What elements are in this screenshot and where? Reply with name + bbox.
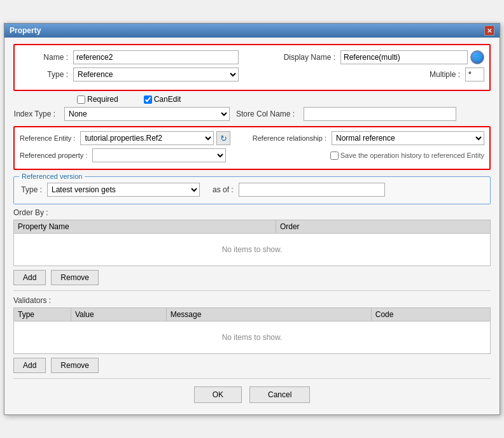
validators-remove-button[interactable]: Remove <box>51 358 99 373</box>
can-edit-checkbox[interactable] <box>144 95 152 104</box>
order-no-items-row: No items to show. <box>14 234 491 266</box>
store-col-input[interactable] <box>304 107 456 121</box>
type-row: Type : Reference Multiple : <box>20 67 484 81</box>
ok-button[interactable]: OK <box>194 386 242 403</box>
validators-table-header: Type Value Message Code <box>14 308 491 321</box>
reference-section: Reference Entity : tutorial.properties.R… <box>13 126 491 170</box>
order-col-property: Property Name <box>14 220 276 234</box>
order-btn-row: Add Remove <box>13 270 491 285</box>
index-type-select[interactable]: None <box>64 107 230 121</box>
version-fieldset: Referenced version Type : Latest version… <box>13 173 491 204</box>
can-edit-checkbox-label[interactable]: CanEdit <box>144 95 181 104</box>
validators-col-message: Message <box>166 308 371 321</box>
validators-btn-row: Add Remove <box>13 358 491 373</box>
order-table-header: Property Name Order <box>14 220 491 234</box>
dialog-title: Property <box>10 26 41 35</box>
order-by-label: Order By : <box>13 208 491 217</box>
index-type-label: Index Type : <box>13 110 58 118</box>
refresh-button[interactable]: ↻ <box>216 131 230 145</box>
validators-col-code: Code <box>371 308 490 321</box>
as-of-label: as of : <box>213 185 236 194</box>
validators-add-button[interactable]: Add <box>13 358 46 373</box>
version-type-label: Type : <box>19 185 45 194</box>
ref-prop-row: Referenced property : Save the operation… <box>20 148 484 162</box>
type-label: Type : <box>20 70 71 79</box>
ref-entity-row: Reference Entity : tutorial.properties.R… <box>20 131 484 145</box>
save-op-checkbox[interactable] <box>330 152 339 160</box>
required-checkbox[interactable] <box>77 95 85 104</box>
ref-entity-label: Reference Entity : <box>20 134 78 142</box>
property-dialog: Property ✕ Name : Display Name : 🌐 Type … <box>4 23 500 415</box>
display-name-input[interactable] <box>340 50 468 64</box>
save-op-label[interactable]: Save the operation history to referenced… <box>330 152 484 160</box>
index-row: Index Type : None Store Col Name : <box>13 107 491 121</box>
required-checkbox-label[interactable]: Required <box>77 95 118 104</box>
name-input[interactable] <box>73 50 239 64</box>
version-legend: Referenced version <box>19 173 85 180</box>
validators-col-value: Value <box>71 308 166 321</box>
name-label: Name : <box>20 53 71 62</box>
close-button[interactable]: ✕ <box>484 25 494 36</box>
as-of-input[interactable] <box>239 183 385 197</box>
globe-icon: 🌐 <box>470 50 484 64</box>
dialog-footer: OK Cancel <box>13 378 491 408</box>
type-select[interactable]: Reference <box>73 67 239 81</box>
validators-no-items-row: No items to show. <box>14 321 491 354</box>
order-add-button[interactable]: Add <box>13 270 46 285</box>
divider <box>13 290 491 291</box>
ref-rel-label: Reference relationship : <box>253 134 329 142</box>
version-type-select[interactable]: Latest version gets <box>47 183 200 197</box>
order-table: Property Name Order No items to show. <box>13 220 491 266</box>
dialog-content: Name : Display Name : 🌐 Type : Reference… <box>4 38 500 414</box>
ref-rel-select[interactable]: Normal reference <box>332 131 484 145</box>
validators-label: Validators : <box>13 296 491 305</box>
validators-no-items-text: No items to show. <box>14 321 491 354</box>
validators-table: Type Value Message Code No items to show… <box>13 307 491 354</box>
version-type-row: Type : Latest version gets as of : <box>19 183 485 197</box>
order-col-order: Order <box>276 220 490 234</box>
required-label: Required <box>87 95 118 104</box>
can-edit-label: CanEdit <box>154 95 181 104</box>
checkbox-row: Required CanEdit <box>13 95 491 104</box>
ref-prop-label: Referenced property : <box>20 152 90 159</box>
store-col-label: Store Col Name : <box>236 110 297 118</box>
globe-button[interactable]: 🌐 <box>470 50 484 64</box>
save-op-text: Save the operation history to referenced… <box>340 152 484 159</box>
order-remove-button[interactable]: Remove <box>51 270 99 285</box>
name-row: Name : Display Name : 🌐 <box>20 50 484 64</box>
multiple-label: Multiple : <box>430 70 463 79</box>
validators-col-type: Type <box>14 308 71 321</box>
display-name-label: Display Name : <box>284 53 338 62</box>
multiple-input[interactable] <box>465 67 484 81</box>
basic-info-section: Name : Display Name : 🌐 Type : Reference… <box>13 44 491 91</box>
ref-entity-select[interactable]: tutorial.properties.Ref2 <box>80 131 214 145</box>
dialog-titlebar: Property ✕ <box>4 24 500 38</box>
ref-prop-select[interactable] <box>92 148 226 162</box>
order-no-items-text: No items to show. <box>14 234 491 266</box>
cancel-button[interactable]: Cancel <box>249 386 310 403</box>
